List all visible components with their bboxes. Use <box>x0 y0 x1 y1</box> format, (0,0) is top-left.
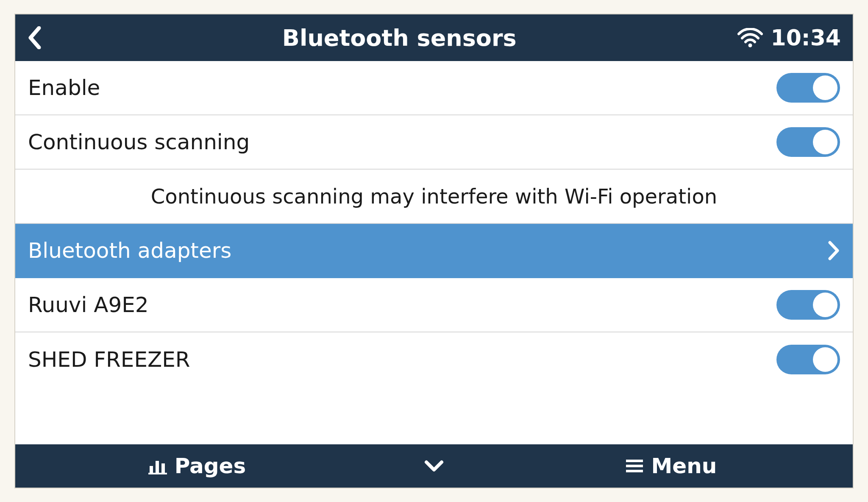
toggle-shed-freezer[interactable] <box>776 345 840 374</box>
back-button[interactable] <box>27 26 61 49</box>
header-bar: Bluetooth sensors 10:34 <box>15 14 853 61</box>
svg-rect-1 <box>150 466 153 473</box>
toggle-knob <box>813 75 837 100</box>
svg-rect-7 <box>626 470 643 472</box>
toggle-knob <box>813 130 837 154</box>
down-button[interactable] <box>379 444 489 488</box>
svg-rect-4 <box>148 473 167 474</box>
chevron-left-icon <box>27 26 42 49</box>
status-area: 10:34 <box>737 25 841 50</box>
row-adapters-label: Bluetooth adapters <box>28 238 828 263</box>
row-enable-label: Enable <box>28 75 776 100</box>
pages-label: Pages <box>175 454 246 478</box>
row-shed-label: SHED FREEZER <box>28 347 776 372</box>
toggle-enable[interactable] <box>776 73 840 103</box>
svg-rect-3 <box>161 463 165 473</box>
toggle-ruuvi-a9e2[interactable] <box>776 290 840 320</box>
bar-chart-icon <box>148 457 167 474</box>
row-bluetooth-adapters[interactable]: Bluetooth adapters <box>15 224 853 278</box>
svg-rect-5 <box>626 460 643 462</box>
svg-rect-6 <box>626 465 643 467</box>
row-shed-freezer[interactable]: SHED FREEZER <box>15 332 853 387</box>
page-title: Bluetooth sensors <box>61 25 737 51</box>
svg-rect-2 <box>156 461 159 473</box>
pages-button[interactable]: Pages <box>15 444 379 488</box>
row-scanning-note: Continuous scanning may interfere with W… <box>15 170 853 224</box>
row-ruuvi-label: Ruuvi A9E2 <box>28 293 776 317</box>
toggle-knob <box>813 293 837 317</box>
row-ruuvi-a9e2[interactable]: Ruuvi A9E2 <box>15 278 853 332</box>
row-continuous-label: Continuous scanning <box>28 130 776 154</box>
device-screen: Bluetooth sensors 10:34 Enable C <box>14 14 854 488</box>
clock-time: 10:34 <box>771 25 841 50</box>
row-continuous-scanning[interactable]: Continuous scanning <box>15 115 853 170</box>
toggle-knob <box>813 347 837 372</box>
settings-list: Enable Continuous scanning Continuous sc… <box>15 61 853 444</box>
hamburger-icon <box>625 458 644 474</box>
toggle-continuous-scanning[interactable] <box>776 127 840 157</box>
menu-button[interactable]: Menu <box>489 444 853 488</box>
menu-label: Menu <box>651 454 717 478</box>
wifi-icon <box>737 28 763 47</box>
footer-bar: Pages Menu <box>15 444 853 488</box>
scanning-note-text: Continuous scanning may interfere with W… <box>151 184 717 208</box>
chevron-right-icon <box>828 241 840 260</box>
svg-point-0 <box>748 44 752 47</box>
row-enable[interactable]: Enable <box>15 61 853 115</box>
chevron-down-icon <box>424 460 444 472</box>
